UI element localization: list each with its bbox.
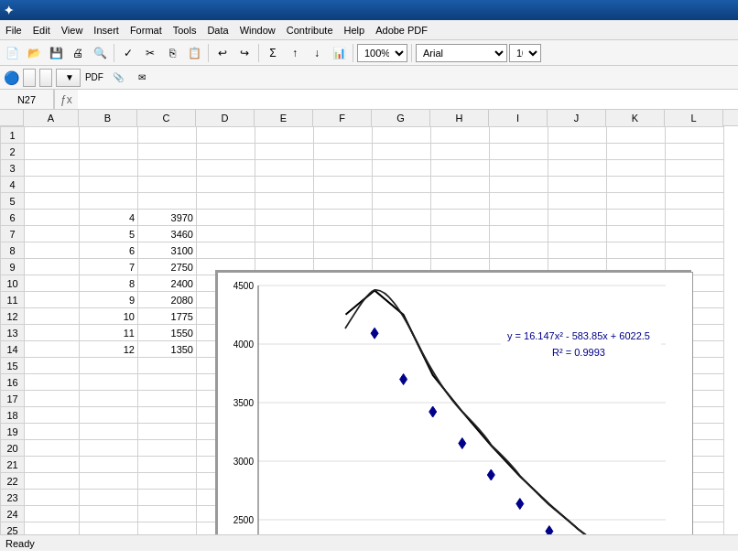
cell-D8[interactable] xyxy=(197,242,255,259)
cell-C1[interactable] xyxy=(138,127,197,144)
cell-A7[interactable] xyxy=(25,226,80,242)
cell-A5[interactable] xyxy=(25,193,80,210)
cell-F2[interactable] xyxy=(314,144,373,160)
cell-D3[interactable] xyxy=(197,160,255,177)
cell-J2[interactable] xyxy=(548,144,607,160)
open-in-contribute-btn[interactable] xyxy=(23,69,36,87)
cell-H2[interactable] xyxy=(431,144,490,160)
cell-L5[interactable] xyxy=(666,193,724,210)
cell-C4[interactable] xyxy=(138,177,197,193)
menu-data[interactable]: Data xyxy=(201,23,233,38)
cell-L7[interactable] xyxy=(666,226,724,242)
cell-B13[interactable]: 11 xyxy=(80,325,138,341)
cell-I3[interactable] xyxy=(490,160,548,177)
cell-B20[interactable] xyxy=(80,440,138,457)
cell-K8[interactable] xyxy=(607,242,666,259)
cell-K6[interactable] xyxy=(607,210,666,226)
sort-desc-btn[interactable]: ↓ xyxy=(307,43,327,63)
copy-btn[interactable]: ⎘ xyxy=(162,43,182,63)
cell-G1[interactable] xyxy=(373,127,431,144)
menu-format[interactable]: Format xyxy=(125,23,168,38)
cell-A13[interactable] xyxy=(25,325,80,341)
menu-file[interactable]: File xyxy=(0,23,27,38)
zoom-select[interactable]: 100% xyxy=(357,44,407,62)
cell-L1[interactable] xyxy=(666,127,724,144)
cell-B9[interactable]: 7 xyxy=(80,259,138,275)
cell-A8[interactable] xyxy=(25,242,80,259)
cell-B12[interactable]: 10 xyxy=(80,308,138,325)
cell-C13[interactable]: 1550 xyxy=(138,325,197,341)
cell-C22[interactable] xyxy=(138,473,197,490)
cell-F5[interactable] xyxy=(314,193,373,210)
cell-B24[interactable] xyxy=(80,506,138,522)
menu-edit[interactable]: Edit xyxy=(27,23,56,38)
sum-btn[interactable]: Σ xyxy=(263,43,283,63)
cell-C2[interactable] xyxy=(138,144,197,160)
cell-L8[interactable] xyxy=(666,242,724,259)
menu-help[interactable]: Help xyxy=(339,23,371,38)
cell-G7[interactable] xyxy=(373,226,431,242)
cell-E2[interactable] xyxy=(255,144,314,160)
cell-I4[interactable] xyxy=(490,177,548,193)
font-size-select[interactable]: 10 xyxy=(509,44,541,62)
cell-I6[interactable] xyxy=(490,210,548,226)
cell-A3[interactable] xyxy=(25,160,80,177)
menu-view[interactable]: View xyxy=(56,23,89,38)
cell-L4[interactable] xyxy=(666,177,724,193)
cell-C23[interactable] xyxy=(138,490,197,506)
pdf-btn2[interactable]: 📎 xyxy=(108,68,128,88)
cell-C15[interactable] xyxy=(138,358,197,374)
menu-adobe-pdf[interactable]: Adobe PDF xyxy=(370,23,433,38)
cell-B3[interactable] xyxy=(80,160,138,177)
cell-B7[interactable]: 5 xyxy=(80,226,138,242)
cell-C10[interactable]: 2400 xyxy=(138,275,197,292)
cell-A6[interactable] xyxy=(25,210,80,226)
cell-C8[interactable]: 3100 xyxy=(138,242,197,259)
cell-E1[interactable] xyxy=(255,127,314,144)
cell-F6[interactable] xyxy=(314,210,373,226)
cell-C19[interactable] xyxy=(138,424,197,440)
print-preview-btn[interactable]: 🔍 xyxy=(90,43,110,63)
cell-A22[interactable] xyxy=(25,473,80,490)
cell-B5[interactable] xyxy=(80,193,138,210)
cell-B16[interactable] xyxy=(80,374,138,391)
cell-E5[interactable] xyxy=(255,193,314,210)
cell-H7[interactable] xyxy=(431,226,490,242)
cell-G2[interactable] xyxy=(373,144,431,160)
cell-H4[interactable] xyxy=(431,177,490,193)
formula-input[interactable] xyxy=(78,90,738,109)
cell-G4[interactable] xyxy=(373,177,431,193)
spell-btn[interactable]: ✓ xyxy=(118,43,138,63)
cell-C12[interactable]: 1775 xyxy=(138,308,197,325)
cell-E3[interactable] xyxy=(255,160,314,177)
save-btn[interactable]: 💾 xyxy=(46,43,66,63)
menu-contribute[interactable]: Contribute xyxy=(281,23,339,38)
cell-E4[interactable] xyxy=(255,177,314,193)
cell-I7[interactable] xyxy=(490,226,548,242)
cell-B23[interactable] xyxy=(80,490,138,506)
cell-C11[interactable]: 2080 xyxy=(138,292,197,308)
cell-B11[interactable]: 9 xyxy=(80,292,138,308)
cell-B2[interactable] xyxy=(80,144,138,160)
menu-window[interactable]: Window xyxy=(234,23,281,38)
post-to-blog-btn[interactable]: ▼ xyxy=(56,69,81,87)
cell-I2[interactable] xyxy=(490,144,548,160)
cell-K5[interactable] xyxy=(607,193,666,210)
cell-A21[interactable] xyxy=(25,457,80,473)
cut-btn[interactable]: ✂ xyxy=(140,43,160,63)
cell-B1[interactable] xyxy=(80,127,138,144)
cell-K3[interactable] xyxy=(607,160,666,177)
cell-D5[interactable] xyxy=(197,193,255,210)
cell-A12[interactable] xyxy=(25,308,80,325)
cell-B6[interactable]: 4 xyxy=(80,210,138,226)
cell-E7[interactable] xyxy=(255,226,314,242)
cell-D2[interactable] xyxy=(197,144,255,160)
cell-A23[interactable] xyxy=(25,490,80,506)
cell-G8[interactable] xyxy=(373,242,431,259)
cell-D7[interactable] xyxy=(197,226,255,242)
cell-F7[interactable] xyxy=(314,226,373,242)
cell-B17[interactable] xyxy=(80,391,138,407)
pdf-btn1[interactable]: PDF xyxy=(84,68,104,88)
cell-D4[interactable] xyxy=(197,177,255,193)
cell-L6[interactable] xyxy=(666,210,724,226)
